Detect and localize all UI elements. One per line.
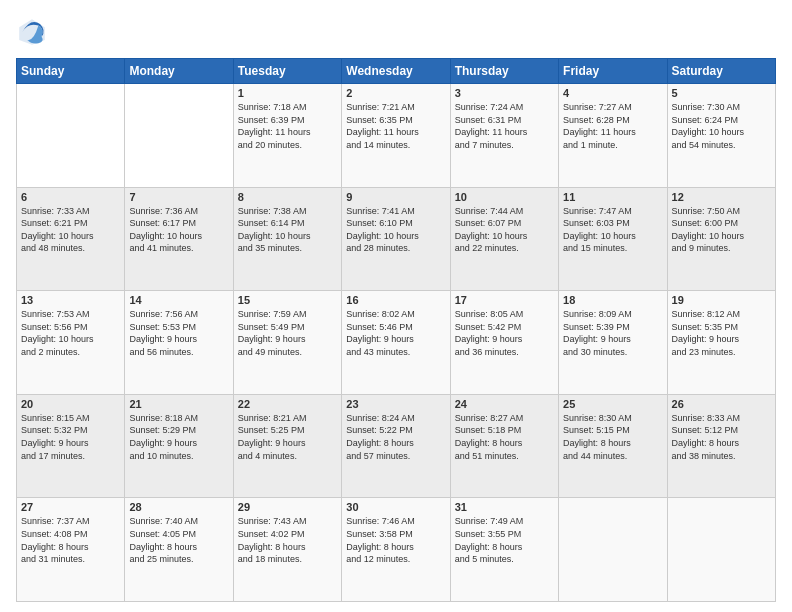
week-row-2: 6Sunrise: 7:33 AM Sunset: 6:21 PM Daylig…	[17, 187, 776, 291]
day-info: Sunrise: 8:27 AM Sunset: 5:18 PM Dayligh…	[455, 412, 554, 462]
day-info: Sunrise: 8:18 AM Sunset: 5:29 PM Dayligh…	[129, 412, 228, 462]
day-info: Sunrise: 8:15 AM Sunset: 5:32 PM Dayligh…	[21, 412, 120, 462]
day-number: 21	[129, 398, 228, 410]
day-cell	[559, 498, 667, 602]
day-number: 13	[21, 294, 120, 306]
day-info: Sunrise: 7:59 AM Sunset: 5:49 PM Dayligh…	[238, 308, 337, 358]
day-number: 2	[346, 87, 445, 99]
day-number: 28	[129, 501, 228, 513]
day-number: 12	[672, 191, 771, 203]
day-cell	[125, 84, 233, 188]
day-info: Sunrise: 8:05 AM Sunset: 5:42 PM Dayligh…	[455, 308, 554, 358]
weekday-header-tuesday: Tuesday	[233, 59, 341, 84]
day-info: Sunrise: 7:21 AM Sunset: 6:35 PM Dayligh…	[346, 101, 445, 151]
day-info: Sunrise: 8:02 AM Sunset: 5:46 PM Dayligh…	[346, 308, 445, 358]
day-number: 31	[455, 501, 554, 513]
day-info: Sunrise: 7:38 AM Sunset: 6:14 PM Dayligh…	[238, 205, 337, 255]
logo-icon	[16, 16, 48, 48]
day-cell: 19Sunrise: 8:12 AM Sunset: 5:35 PM Dayli…	[667, 291, 775, 395]
day-info: Sunrise: 7:44 AM Sunset: 6:07 PM Dayligh…	[455, 205, 554, 255]
day-number: 24	[455, 398, 554, 410]
day-number: 8	[238, 191, 337, 203]
header	[16, 16, 776, 48]
day-info: Sunrise: 7:30 AM Sunset: 6:24 PM Dayligh…	[672, 101, 771, 151]
day-cell: 1Sunrise: 7:18 AM Sunset: 6:39 PM Daylig…	[233, 84, 341, 188]
day-number: 4	[563, 87, 662, 99]
weekday-header-sunday: Sunday	[17, 59, 125, 84]
day-cell: 20Sunrise: 8:15 AM Sunset: 5:32 PM Dayli…	[17, 394, 125, 498]
day-cell: 15Sunrise: 7:59 AM Sunset: 5:49 PM Dayli…	[233, 291, 341, 395]
day-number: 17	[455, 294, 554, 306]
day-number: 29	[238, 501, 337, 513]
weekday-header-friday: Friday	[559, 59, 667, 84]
day-info: Sunrise: 7:47 AM Sunset: 6:03 PM Dayligh…	[563, 205, 662, 255]
week-row-4: 20Sunrise: 8:15 AM Sunset: 5:32 PM Dayli…	[17, 394, 776, 498]
day-cell: 27Sunrise: 7:37 AM Sunset: 4:08 PM Dayli…	[17, 498, 125, 602]
weekday-header-row: SundayMondayTuesdayWednesdayThursdayFrid…	[17, 59, 776, 84]
day-cell: 30Sunrise: 7:46 AM Sunset: 3:58 PM Dayli…	[342, 498, 450, 602]
week-row-3: 13Sunrise: 7:53 AM Sunset: 5:56 PM Dayli…	[17, 291, 776, 395]
day-cell	[667, 498, 775, 602]
day-info: Sunrise: 7:50 AM Sunset: 6:00 PM Dayligh…	[672, 205, 771, 255]
day-info: Sunrise: 7:27 AM Sunset: 6:28 PM Dayligh…	[563, 101, 662, 151]
day-cell: 10Sunrise: 7:44 AM Sunset: 6:07 PM Dayli…	[450, 187, 558, 291]
calendar-table: SundayMondayTuesdayWednesdayThursdayFrid…	[16, 58, 776, 602]
day-info: Sunrise: 7:53 AM Sunset: 5:56 PM Dayligh…	[21, 308, 120, 358]
day-cell: 28Sunrise: 7:40 AM Sunset: 4:05 PM Dayli…	[125, 498, 233, 602]
day-info: Sunrise: 7:24 AM Sunset: 6:31 PM Dayligh…	[455, 101, 554, 151]
day-info: Sunrise: 7:41 AM Sunset: 6:10 PM Dayligh…	[346, 205, 445, 255]
day-cell: 14Sunrise: 7:56 AM Sunset: 5:53 PM Dayli…	[125, 291, 233, 395]
day-number: 20	[21, 398, 120, 410]
day-cell: 3Sunrise: 7:24 AM Sunset: 6:31 PM Daylig…	[450, 84, 558, 188]
day-info: Sunrise: 7:37 AM Sunset: 4:08 PM Dayligh…	[21, 515, 120, 565]
day-info: Sunrise: 8:33 AM Sunset: 5:12 PM Dayligh…	[672, 412, 771, 462]
day-number: 3	[455, 87, 554, 99]
week-row-5: 27Sunrise: 7:37 AM Sunset: 4:08 PM Dayli…	[17, 498, 776, 602]
day-number: 9	[346, 191, 445, 203]
day-number: 27	[21, 501, 120, 513]
day-info: Sunrise: 8:30 AM Sunset: 5:15 PM Dayligh…	[563, 412, 662, 462]
day-number: 6	[21, 191, 120, 203]
day-info: Sunrise: 8:21 AM Sunset: 5:25 PM Dayligh…	[238, 412, 337, 462]
day-cell: 12Sunrise: 7:50 AM Sunset: 6:00 PM Dayli…	[667, 187, 775, 291]
day-number: 16	[346, 294, 445, 306]
calendar-header: SundayMondayTuesdayWednesdayThursdayFrid…	[17, 59, 776, 84]
weekday-header-wednesday: Wednesday	[342, 59, 450, 84]
day-number: 26	[672, 398, 771, 410]
weekday-header-monday: Monday	[125, 59, 233, 84]
day-number: 25	[563, 398, 662, 410]
logo	[16, 16, 52, 48]
calendar-page: SundayMondayTuesdayWednesdayThursdayFrid…	[0, 0, 792, 612]
day-cell: 25Sunrise: 8:30 AM Sunset: 5:15 PM Dayli…	[559, 394, 667, 498]
day-cell: 21Sunrise: 8:18 AM Sunset: 5:29 PM Dayli…	[125, 394, 233, 498]
weekday-header-saturday: Saturday	[667, 59, 775, 84]
day-cell: 13Sunrise: 7:53 AM Sunset: 5:56 PM Dayli…	[17, 291, 125, 395]
day-number: 19	[672, 294, 771, 306]
day-cell: 17Sunrise: 8:05 AM Sunset: 5:42 PM Dayli…	[450, 291, 558, 395]
day-cell: 8Sunrise: 7:38 AM Sunset: 6:14 PM Daylig…	[233, 187, 341, 291]
day-info: Sunrise: 7:43 AM Sunset: 4:02 PM Dayligh…	[238, 515, 337, 565]
day-info: Sunrise: 7:33 AM Sunset: 6:21 PM Dayligh…	[21, 205, 120, 255]
day-number: 30	[346, 501, 445, 513]
day-number: 15	[238, 294, 337, 306]
day-cell: 24Sunrise: 8:27 AM Sunset: 5:18 PM Dayli…	[450, 394, 558, 498]
day-cell: 11Sunrise: 7:47 AM Sunset: 6:03 PM Dayli…	[559, 187, 667, 291]
day-info: Sunrise: 7:18 AM Sunset: 6:39 PM Dayligh…	[238, 101, 337, 151]
day-cell: 22Sunrise: 8:21 AM Sunset: 5:25 PM Dayli…	[233, 394, 341, 498]
day-cell: 7Sunrise: 7:36 AM Sunset: 6:17 PM Daylig…	[125, 187, 233, 291]
day-cell	[17, 84, 125, 188]
day-cell: 26Sunrise: 8:33 AM Sunset: 5:12 PM Dayli…	[667, 394, 775, 498]
day-cell: 18Sunrise: 8:09 AM Sunset: 5:39 PM Dayli…	[559, 291, 667, 395]
weekday-header-thursday: Thursday	[450, 59, 558, 84]
day-info: Sunrise: 7:49 AM Sunset: 3:55 PM Dayligh…	[455, 515, 554, 565]
day-info: Sunrise: 7:56 AM Sunset: 5:53 PM Dayligh…	[129, 308, 228, 358]
day-cell: 2Sunrise: 7:21 AM Sunset: 6:35 PM Daylig…	[342, 84, 450, 188]
day-number: 23	[346, 398, 445, 410]
day-info: Sunrise: 8:12 AM Sunset: 5:35 PM Dayligh…	[672, 308, 771, 358]
day-number: 11	[563, 191, 662, 203]
day-info: Sunrise: 7:40 AM Sunset: 4:05 PM Dayligh…	[129, 515, 228, 565]
day-number: 22	[238, 398, 337, 410]
day-cell: 9Sunrise: 7:41 AM Sunset: 6:10 PM Daylig…	[342, 187, 450, 291]
day-cell: 4Sunrise: 7:27 AM Sunset: 6:28 PM Daylig…	[559, 84, 667, 188]
day-number: 10	[455, 191, 554, 203]
